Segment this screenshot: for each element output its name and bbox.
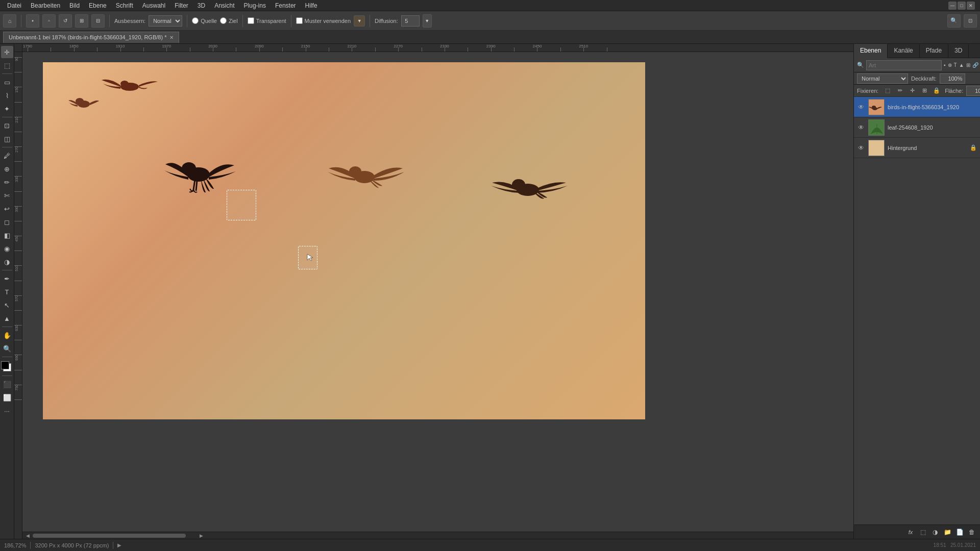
layers-search-input[interactable] [866,60,942,70]
layer-item-leaf[interactable]: 👁 leaf-254608_1920 [854,117,980,138]
transparent-checkbox[interactable] [248,17,254,24]
menu-plugins[interactable]: Plug-ins [240,1,270,10]
tool-artboard[interactable]: ⬚ [1,59,13,71]
layer-item-birds[interactable]: 👁 birds-in-flight-5366034_1920 [854,97,980,117]
tab-kanaele[interactable]: Kanäle [888,44,919,58]
menu-auswahl[interactable]: Auswahl [138,1,169,10]
layer-eye-bg[interactable]: 👁 [857,144,865,152]
diffusion-dropdown[interactable]: ▼ [423,14,432,28]
filter-text-icon[interactable]: T [954,60,957,70]
status-bar: 186,72% 3200 Px x 4000 Px (72 ppcm) ▶ 18… [0,539,980,551]
lock-position-btn[interactable]: ✛ [907,86,917,96]
menu-schrift[interactable]: Schrift [112,1,137,10]
tool-quick-mask[interactable]: ⬛ [1,378,13,390]
search-button[interactable]: 🔍 [947,14,961,28]
tool-lasso[interactable]: ⌇ [1,89,13,102]
tool-slice[interactable]: ◫ [1,133,13,145]
canvas-image[interactable] [43,62,645,419]
layer-eye-birds[interactable]: 👁 [857,103,865,111]
maximize-button[interactable]: □ [958,2,966,10]
tool-brush[interactable]: ✏ [1,176,13,188]
tab-pfade[interactable]: Pfade [920,44,948,58]
flaech-input[interactable] [966,86,980,96]
layer-eye-leaf[interactable]: 👁 [857,123,865,132]
lock-brush-btn[interactable]: ✏ [895,86,905,96]
folder-button[interactable]: 📁 [942,527,952,537]
menu-bild[interactable]: Bild [65,1,84,10]
lock-artboard-btn[interactable]: ⊞ [919,86,929,96]
tab-close-button[interactable]: ✕ [169,35,174,40]
tool-eyedrop[interactable]: 🖉 [1,149,13,162]
tool-zoom[interactable]: 🔍 [1,342,13,355]
menu-ansicht[interactable]: Ansicht [210,1,238,10]
brush-mode-1[interactable]: ▪ [26,14,39,28]
menu-bearbeiten[interactable]: Bearbeiten [27,1,64,10]
ziel-radio[interactable] [220,17,227,24]
tool-dodge[interactable]: ◑ [1,256,13,268]
minimize-button[interactable]: — [948,2,957,10]
tool-path-select[interactable]: ↖ [1,299,13,311]
lock-transparent-btn[interactable]: ⬚ [883,86,893,96]
mode-select[interactable]: Normal [149,15,182,27]
filter-adjust-icon[interactable]: ⊕ [948,60,952,70]
filter-smart-icon[interactable]: ⊞ [966,60,970,70]
muster-preview[interactable]: ▼ [354,15,365,27]
opacity-input[interactable] [940,73,965,84]
adjustment-button[interactable]: ◑ [930,527,940,537]
brush-mode-5[interactable]: ⊟ [91,14,105,28]
menu-datei[interactable]: Datei [3,1,26,10]
brush-mode-3[interactable]: ↺ [59,14,72,28]
tool-rect-select[interactable]: ▭ [1,76,13,88]
layer-item-bg[interactable]: 👁 Hintergrund 🔒 [854,138,980,158]
tool-gradient[interactable]: ◧ [1,229,13,241]
foreground-color-swatch[interactable] [1,361,9,369]
color-swatch-area[interactable] [1,361,13,373]
eye-icon: 👁 [858,104,864,111]
menu-3d[interactable]: 3D [193,1,209,10]
document-tab[interactable]: Unbenannt-1 bei 187% (birds-in-flight-53… [3,32,179,43]
tool-blur[interactable]: ◉ [1,242,13,255]
canvas-area[interactable]: ◀ ▶ [22,52,853,539]
fx-button[interactable]: fx [905,527,916,537]
delete-layer-button[interactable]: 🗑 [967,527,977,537]
tool-eraser[interactable]: ◻ [1,216,13,228]
quelle-checkbox-row: Quelle [192,17,217,24]
add-mask-button[interactable]: ⬚ [918,527,928,537]
diffusion-input[interactable] [401,15,420,27]
filter-shape-icon[interactable]: ▲ [959,60,964,70]
scrollbar-thumb[interactable] [33,534,186,538]
tool-move[interactable]: ✛ [1,46,13,58]
screen-mode-button[interactable]: ⊡ [964,14,977,28]
menu-hilfe[interactable]: Hilfe [301,1,322,10]
brush-mode-4[interactable]: ⊞ [75,14,88,28]
tool-separator-2 [2,117,12,117]
menu-fenster[interactable]: Fenster [271,1,300,10]
tool-clone[interactable]: ✄ [1,189,13,202]
horizontal-scrollbar[interactable]: ◀ ▶ [22,532,853,539]
quelle-radio[interactable] [192,17,199,24]
brush-mode-2[interactable]: ▫ [42,14,56,28]
tool-text[interactable]: T [1,286,13,298]
new-layer-button[interactable]: 📄 [954,527,965,537]
tab-3d[interactable]: 3D [948,44,969,58]
tool-heal[interactable]: ⊕ [1,163,13,175]
lock-all-btn[interactable]: 🔒 [932,86,942,96]
tool-crop[interactable]: ⊡ [1,119,13,132]
tab-ebenen[interactable]: Ebenen [854,44,888,58]
tool-more[interactable]: ··· [1,405,13,417]
blend-mode-select[interactable]: Normal [857,73,908,84]
fx-icon: fx [909,529,913,535]
tool-quick-select[interactable]: ✦ [1,103,13,115]
filter-pixel-icon[interactable]: ▪ [944,60,946,70]
close-button[interactable]: ✕ [967,2,975,10]
menu-filter[interactable]: Filter [170,1,192,10]
menu-ebene[interactable]: Ebene [85,1,111,10]
tool-screen-mode[interactable]: ⬜ [1,391,13,404]
tool-hand[interactable]: ✋ [1,329,13,341]
tool-shape[interactable]: ▲ [1,312,13,324]
tool-history-brush[interactable]: ↩ [1,203,13,215]
muster-checkbox[interactable] [296,17,303,24]
tool-pen[interactable]: ✒ [1,272,13,285]
filter-link-icon[interactable]: 🔗 [972,60,978,70]
home-button[interactable]: ⌂ [3,14,16,28]
